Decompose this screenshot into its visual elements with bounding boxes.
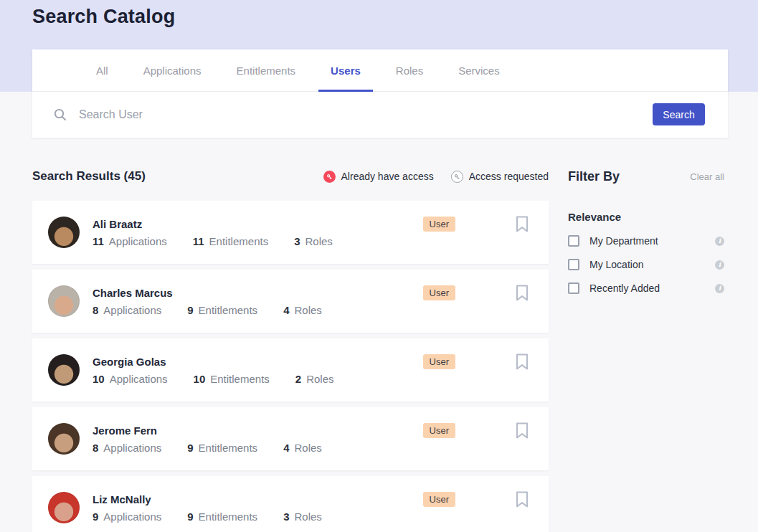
filter-header: Filter By Clear all: [568, 169, 724, 184]
user-stats: 11Applications 11Entitlements 3Roles: [93, 235, 423, 247]
entitlements-count: 11: [193, 235, 204, 247]
clear-all-link[interactable]: Clear all: [690, 171, 724, 182]
my-location-checkbox[interactable]: [568, 259, 579, 270]
catalog-tabs: All Applications Entitlements Users Role…: [32, 49, 728, 92]
applications-count: 11: [93, 235, 104, 247]
user-name: Charles Marcus: [93, 287, 423, 299]
tab-applications[interactable]: Applications: [143, 49, 202, 92]
info-icon[interactable]: i: [715, 284, 724, 293]
entitlements-label: Entitlements: [210, 373, 270, 385]
bookmark-icon[interactable]: [516, 285, 529, 302]
roles-label: Roles: [294, 510, 321, 523]
user-type-badge: User: [423, 492, 455, 507]
tab-roles[interactable]: Roles: [396, 49, 423, 92]
roles-label: Roles: [306, 373, 333, 385]
applications-label: Applications: [103, 442, 161, 454]
bookmark-icon[interactable]: [516, 422, 529, 440]
search-panel: All Applications Entitlements Users Role…: [32, 49, 728, 138]
user-name: Jerome Fern: [93, 424, 423, 437]
applications-count: 10: [93, 373, 105, 385]
roles-label: Roles: [305, 235, 333, 247]
applications-label: Applications: [110, 373, 168, 385]
user-card[interactable]: Jerome Fern 8Applications 9Entitlements …: [32, 407, 549, 470]
key-icon: [323, 171, 336, 183]
filter-option-my-location: My Location i: [568, 259, 724, 270]
search-input[interactable]: [79, 100, 653, 129]
roles-count: 2: [295, 373, 301, 385]
applications-count: 8: [93, 442, 98, 454]
entitlements-count: 10: [194, 373, 206, 385]
filter-option-recently-added: Recently Added i: [568, 282, 724, 294]
user-type-badge: User: [423, 423, 455, 438]
user-info: Ali Braatz 11Applications 11Entitlements…: [93, 218, 423, 247]
roles-count: 3: [283, 510, 289, 523]
roles-label: Roles: [294, 304, 321, 316]
bookmark-icon[interactable]: [516, 353, 529, 371]
applications-label: Applications: [103, 304, 161, 316]
search-results-list: Ali Braatz 11Applications 11Entitlements…: [32, 201, 549, 532]
user-name: Liz McNally: [93, 493, 423, 505]
filter-section-relevance: Relevance: [568, 211, 724, 223]
user-card[interactable]: Charles Marcus 8Applications 9Entitlemen…: [32, 270, 549, 333]
user-info: Jerome Fern 8Applications 9Entitlements …: [93, 424, 423, 454]
tab-services[interactable]: Services: [458, 49, 500, 92]
avatar: [48, 354, 80, 386]
legend-access-requested: Access requested: [451, 171, 549, 183]
user-stats: 9Applications 9Entitlements 3Roles: [93, 510, 423, 523]
user-stats: 8Applications 9Entitlements 4Roles: [93, 442, 423, 454]
search-row: Search: [32, 92, 728, 137]
entitlements-label: Entitlements: [199, 510, 258, 523]
tab-all[interactable]: All: [96, 49, 108, 92]
user-name: Ali Braatz: [93, 218, 423, 230]
info-icon[interactable]: i: [715, 237, 724, 246]
user-stats: 10Applications 10Entitlements 2Roles: [93, 373, 423, 385]
filter-panel: Filter By Clear all Relevance My Departm…: [568, 169, 724, 294]
recently-added-checkbox[interactable]: [568, 282, 579, 294]
legend-label: Access requested: [469, 171, 549, 182]
user-type-badge: User: [423, 217, 455, 232]
user-info: Charles Marcus 8Applications 9Entitlemen…: [93, 287, 423, 316]
option-label: My Location: [589, 259, 643, 270]
user-card[interactable]: Ali Braatz 11Applications 11Entitlements…: [32, 201, 549, 264]
info-icon[interactable]: i: [715, 260, 724, 270]
user-type-badge: User: [423, 285, 455, 300]
avatar: [48, 217, 80, 248]
user-card[interactable]: Liz McNally 9Applications 9Entitlements …: [32, 476, 549, 532]
user-name: Georgia Golas: [93, 356, 423, 368]
page-title: Search Catalog: [32, 6, 175, 28]
entitlements-count: 9: [187, 442, 193, 454]
user-stats: 8Applications 9Entitlements 4Roles: [93, 304, 423, 316]
entitlements-count: 9: [187, 510, 193, 523]
option-label: Recently Added: [589, 282, 660, 294]
legend-already-have-access: Already have access: [323, 171, 434, 183]
avatar: [48, 285, 80, 317]
avatar: [48, 492, 80, 523]
key-icon: [451, 171, 463, 183]
bookmark-icon[interactable]: [516, 491, 529, 508]
entitlements-label: Entitlements: [209, 235, 269, 247]
applications-count: 9: [93, 510, 98, 523]
roles-count: 3: [294, 235, 300, 247]
my-department-checkbox[interactable]: [568, 235, 579, 247]
roles-count: 4: [283, 304, 289, 316]
tab-users[interactable]: Users: [331, 49, 361, 92]
search-icon: [53, 108, 67, 122]
bookmark-icon[interactable]: [516, 216, 529, 233]
option-label: My Department: [589, 235, 658, 247]
roles-count: 4: [283, 442, 289, 454]
user-type-badge: User: [423, 354, 455, 369]
user-info: Georgia Golas 10Applications 10Entitleme…: [93, 356, 423, 385]
applications-label: Applications: [103, 510, 161, 523]
entitlements-label: Entitlements: [199, 304, 258, 316]
user-card[interactable]: Georgia Golas 10Applications 10Entitleme…: [32, 338, 549, 402]
results-title: Search Results (45): [32, 169, 146, 184]
user-info: Liz McNally 9Applications 9Entitlements …: [93, 493, 423, 523]
roles-label: Roles: [294, 442, 321, 454]
tab-entitlements[interactable]: Entitlements: [237, 49, 296, 92]
entitlements-count: 9: [187, 304, 193, 316]
search-button[interactable]: Search: [653, 103, 705, 125]
filter-title: Filter By: [568, 169, 620, 184]
filter-option-my-department: My Department i: [568, 235, 724, 247]
applications-count: 8: [93, 304, 98, 316]
entitlements-label: Entitlements: [199, 442, 258, 454]
